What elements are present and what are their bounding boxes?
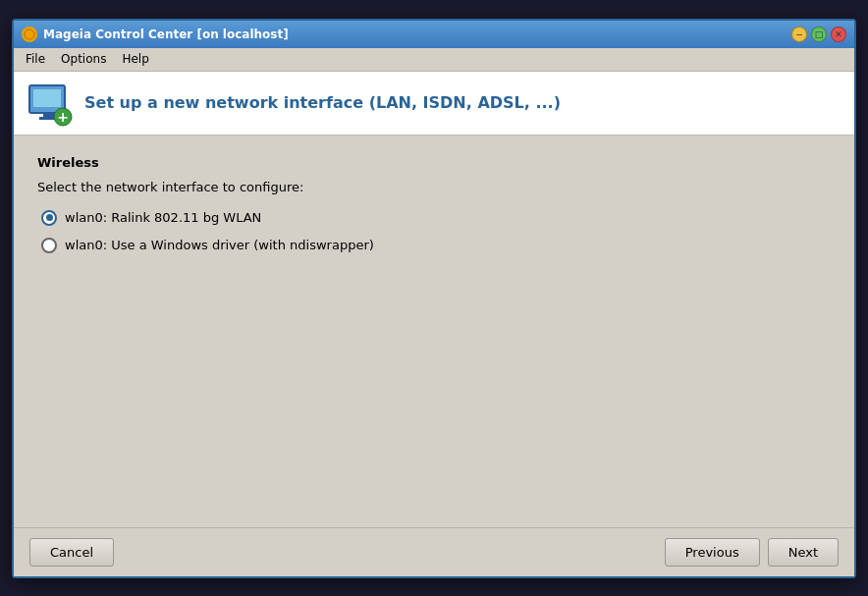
radio-group: wlan0: Ralink 802.11 bg WLAN wlan0: Use … [41, 210, 831, 253]
menu-file[interactable]: File [18, 50, 53, 68]
footer: Cancel Previous Next [14, 527, 854, 576]
footer-right: Previous Next [665, 538, 839, 567]
minimize-button[interactable]: − [791, 27, 807, 42]
radio-label-1: wlan0: Ralink 802.11 bg WLAN [65, 210, 261, 225]
close-button[interactable]: ✕ [831, 27, 846, 42]
header-title: Set up a new network interface (LAN, ISD… [84, 93, 561, 112]
header-bar: + Set up a new network interface (LAN, I… [14, 72, 854, 135]
titlebar-buttons: − □ ✕ [791, 27, 846, 42]
network-icon: + [26, 80, 73, 127]
app-icon [22, 27, 37, 42]
main-window: Mageia Control Center [on localhost] − □… [12, 19, 856, 578]
menu-options[interactable]: Options [53, 50, 114, 68]
radio-option-2[interactable]: wlan0: Use a Windows driver (with ndiswr… [41, 238, 831, 253]
section-title: Wireless [37, 155, 831, 170]
cancel-button[interactable]: Cancel [29, 538, 114, 567]
select-label: Select the network interface to configur… [37, 180, 831, 194]
next-button[interactable]: Next [768, 538, 839, 567]
svg-rect-3 [43, 113, 55, 117]
svg-point-0 [25, 29, 34, 39]
svg-rect-2 [33, 89, 61, 107]
radio-option-1[interactable]: wlan0: Ralink 802.11 bg WLAN [41, 210, 831, 226]
svg-text:+: + [57, 109, 69, 125]
radio-button-1[interactable] [41, 210, 57, 226]
previous-button[interactable]: Previous [665, 538, 760, 567]
maximize-button[interactable]: □ [811, 27, 827, 42]
radio-label-2: wlan0: Use a Windows driver (with ndiswr… [65, 238, 374, 252]
titlebar-left: Mageia Control Center [on localhost] [22, 27, 289, 42]
menu-help[interactable]: Help [114, 50, 156, 68]
content-area: Wireless Select the network interface to… [14, 135, 854, 527]
window-title: Mageia Control Center [on localhost] [43, 27, 289, 41]
menubar: File Options Help [14, 48, 854, 72]
radio-button-2[interactable] [41, 238, 57, 253]
titlebar: Mageia Control Center [on localhost] − □… [14, 21, 854, 48]
